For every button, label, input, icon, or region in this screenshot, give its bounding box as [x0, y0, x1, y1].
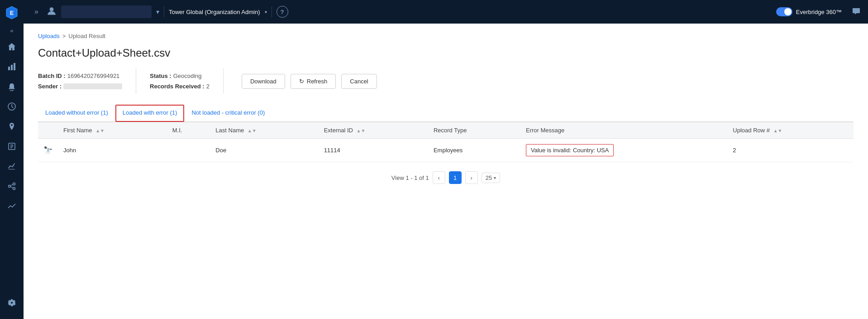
topnav-search-blur: [61, 5, 152, 18]
topnav-expand[interactable]: »: [31, 6, 42, 18]
svg-point-11: [13, 183, 15, 185]
svg-point-10: [9, 185, 11, 188]
status-row: Status : Geocoding: [150, 72, 210, 79]
sidebar-item-settings[interactable]: [3, 294, 21, 312]
svg-point-12: [13, 188, 15, 190]
status-value: Geocoding: [173, 72, 202, 79]
actions-divider: [223, 68, 224, 94]
download-button[interactable]: Download: [242, 74, 285, 89]
sender-label: Sender :: [38, 83, 62, 90]
records-label: Records Received :: [150, 83, 205, 90]
main-wrapper: » ▾ Tower Global (Organization Admin) ▾ …: [24, 0, 868, 319]
col-header-record-type: Record Type: [428, 122, 520, 139]
col-header-error-message: Error Message: [520, 122, 727, 139]
status-label: Status :: [150, 72, 172, 79]
batch-id-value: 1696420276994921: [67, 72, 120, 79]
pagination-next[interactable]: ›: [465, 171, 478, 184]
row-first-name: John: [58, 139, 167, 162]
sort-icon-external-id: ▲▼: [357, 128, 366, 133]
col-header-mi: M.I.: [167, 122, 210, 139]
sidebar-item-analytics[interactable]: [3, 197, 21, 215]
svg-line-13: [11, 184, 13, 186]
svg-point-15: [50, 7, 54, 11]
topnav-360-label: Everbridge 360™: [796, 9, 842, 15]
batch-id-label: Batch ID :: [38, 72, 66, 79]
page-size-value: 25: [486, 174, 492, 181]
sidebar-item-location[interactable]: [3, 117, 21, 135]
refresh-button[interactable]: ↻ Refresh: [291, 74, 336, 89]
sort-icon-upload-row: ▲▼: [773, 128, 782, 133]
content-area: Uploads > Upload Result Contact+Upload+S…: [24, 24, 868, 319]
toggle-switch[interactable]: [776, 7, 792, 16]
error-message-bordered: Value is invalid: Country: USA: [526, 144, 614, 156]
table-container: First Name ▲▼ M.I. Last Name ▲▼ External…: [38, 122, 854, 162]
breadcrumb-parent[interactable]: Uploads: [38, 33, 60, 39]
sidebar-item-alerts[interactable]: [3, 77, 21, 96]
sidebar-item-home[interactable]: [3, 38, 21, 56]
contact-icon: 🔭: [43, 146, 52, 154]
batch-id-row: Batch ID : 1696420276994921: [38, 72, 122, 79]
sidebar-logo[interactable]: E: [3, 4, 21, 22]
page-title: Contact+Upload+Sheet.csv: [38, 47, 854, 59]
topnav-right-divider: [272, 6, 272, 17]
refresh-icon: ↻: [299, 78, 304, 85]
sort-icon-first-name: ▲▼: [95, 128, 105, 133]
toggle-knob: [784, 8, 792, 15]
tab-not-loaded[interactable]: Not loaded - critical error (0): [184, 105, 272, 121]
svg-line-14: [11, 187, 13, 188]
row-record-type: Employees: [428, 139, 520, 162]
topnav-360-toggle: Everbridge 360™: [776, 7, 842, 16]
col-header-external-id[interactable]: External ID ▲▼: [319, 122, 428, 139]
refresh-label: Refresh: [307, 78, 328, 85]
tab-loaded-ok[interactable]: Loaded without error (1): [38, 105, 115, 121]
table-row: 🔭 John Doe 11114 Employees Value is inva…: [38, 139, 854, 162]
topnav-org-label[interactable]: Tower Global (Organization Admin): [169, 9, 260, 15]
cancel-button[interactable]: Cancel: [341, 74, 377, 89]
tab-loaded-error[interactable]: Loaded with error (1): [115, 105, 185, 122]
records-row: Records Received : 2: [150, 83, 210, 90]
sender-value-blur: [63, 83, 122, 89]
info-left: Batch ID : 1696420276994921 Sender :: [38, 72, 122, 90]
sort-icon-last-name: ▲▼: [248, 128, 257, 133]
sidebar-item-dashboard[interactable]: [3, 58, 21, 76]
info-divider: [136, 68, 136, 94]
page-size-selector[interactable]: 25 ▾: [482, 173, 500, 183]
topnav-chat-icon[interactable]: [852, 7, 861, 17]
sidebar-collapse-toggle[interactable]: «: [6, 25, 17, 36]
sidebar: E «: [0, 0, 24, 319]
info-section: Batch ID : 1696420276994921 Sender : Sta…: [38, 68, 854, 94]
row-icon-cell: 🔭: [38, 139, 58, 162]
col-header-first-name[interactable]: First Name ▲▼: [58, 122, 167, 139]
row-error-message: Value is invalid: Country: USA: [520, 139, 727, 162]
sidebar-item-travel[interactable]: [3, 157, 21, 175]
user-avatar-icon: [47, 6, 57, 18]
svg-text:E: E: [10, 10, 14, 16]
pagination-prev[interactable]: ‹: [433, 171, 445, 184]
actions-section: Download ↻ Refresh Cancel: [242, 74, 377, 89]
row-last-name: Doe: [210, 139, 318, 162]
row-external-id: 11114: [319, 139, 428, 162]
pagination-page-1[interactable]: 1: [449, 171, 462, 184]
breadcrumb: Uploads > Upload Result: [38, 33, 854, 39]
sidebar-item-reports[interactable]: [3, 137, 21, 155]
topnav-org-caret[interactable]: ▾: [265, 10, 267, 14]
info-status: Status : Geocoding Records Received : 2: [150, 72, 210, 90]
sidebar-item-integrations[interactable]: [3, 177, 21, 195]
col-header-icon: [38, 122, 58, 139]
breadcrumb-current: Upload Result: [68, 33, 105, 39]
svg-rect-4: [14, 63, 15, 70]
topnav-help-icon[interactable]: ?: [277, 6, 288, 18]
col-header-upload-row[interactable]: Upload Row # ▲▼: [727, 122, 854, 139]
row-mi: [167, 139, 210, 162]
tabs-container: Loaded without error (1) Loaded with err…: [38, 105, 854, 122]
records-value: 2: [206, 83, 210, 90]
svg-rect-3: [11, 65, 13, 70]
sidebar-item-status[interactable]: [3, 97, 21, 116]
topnav-dropdown-caret[interactable]: ▾: [156, 8, 159, 15]
topnav: » ▾ Tower Global (Organization Admin) ▾ …: [24, 0, 868, 24]
page-size-caret: ▾: [494, 175, 496, 180]
col-header-last-name[interactable]: Last Name ▲▼: [210, 122, 318, 139]
pagination-view-label: View 1 - 1 of 1: [391, 174, 429, 181]
svg-rect-2: [8, 67, 10, 70]
topnav-org-divider: [164, 6, 164, 17]
